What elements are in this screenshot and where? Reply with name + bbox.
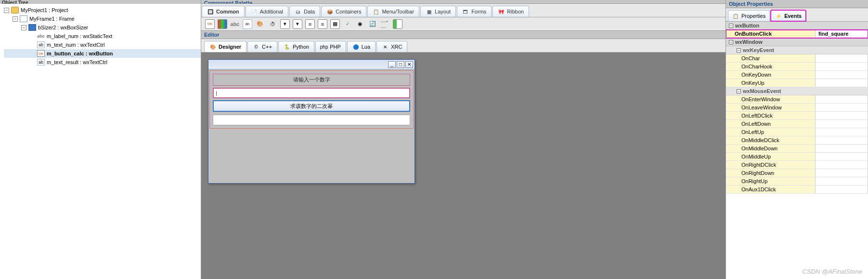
event-row-onbuttonclick[interactable]: OnButtonClick find_square bbox=[726, 30, 868, 38]
tool-combo-icon[interactable]: ▾ bbox=[280, 19, 290, 29]
minimize-icon[interactable]: _ bbox=[388, 61, 396, 68]
palette-tab-data[interactable]: 🗂Data bbox=[289, 6, 320, 17]
designer-static-text[interactable]: 请输入一个数字 bbox=[213, 74, 410, 86]
tool-grid-icon[interactable]: ▦ bbox=[330, 19, 340, 29]
tool-choice-icon[interactable]: ▾ bbox=[293, 19, 302, 29]
expand-icon[interactable]: − bbox=[21, 25, 26, 30]
event-value[interactable] bbox=[816, 79, 868, 87]
tree-node[interactable]: abm_text_num : wxTextCtrl bbox=[4, 40, 201, 49]
designer-canvas[interactable]: _ □ ✕ 请输入一个数字 | 求该数字的二次幂 bbox=[201, 53, 725, 279]
editor-tab-c[interactable]: ©C++ bbox=[247, 41, 277, 52]
event-value[interactable] bbox=[816, 153, 868, 160]
event-name: OnAux1DClick bbox=[726, 186, 816, 193]
designer-frame[interactable]: _ □ ✕ 请输入一个数字 | 求该数字的二次幂 bbox=[208, 59, 415, 184]
event-row[interactable]: OnCharHook bbox=[726, 63, 868, 71]
collapse-icon[interactable]: − bbox=[737, 48, 741, 53]
events-grid[interactable]: −wxButton OnButtonClick find_square −wxW… bbox=[726, 22, 868, 279]
editor-tab-lua[interactable]: 🔵Lua bbox=[347, 41, 376, 52]
expand-icon[interactable]: − bbox=[13, 16, 18, 22]
event-row[interactable]: OnMiddleUp bbox=[726, 153, 868, 161]
editor-tab-xrc[interactable]: ✕XRC bbox=[376, 41, 407, 52]
event-value[interactable] bbox=[816, 112, 868, 120]
tool-list-icon[interactable]: ≡ bbox=[305, 19, 315, 29]
tab-icon: ⚡ bbox=[775, 13, 782, 19]
event-value[interactable] bbox=[816, 161, 868, 169]
event-value[interactable] bbox=[816, 63, 868, 70]
event-row[interactable]: OnRightDown bbox=[726, 169, 868, 177]
event-value[interactable] bbox=[816, 136, 868, 144]
tool-check-icon[interactable]: ✓ bbox=[343, 19, 352, 29]
tool-gauge-icon[interactable]: ⏱ bbox=[268, 19, 277, 29]
palette-tab-containers[interactable]: 📦Containers bbox=[321, 6, 366, 17]
tool-color-icon[interactable]: 🎨 bbox=[255, 19, 265, 29]
close-icon[interactable]: ✕ bbox=[405, 61, 413, 68]
event-value[interactable] bbox=[816, 104, 868, 111]
event-value[interactable] bbox=[816, 95, 868, 103]
event-row[interactable]: OnEnterWindow bbox=[726, 95, 868, 104]
event-row[interactable]: OnKeyDown bbox=[726, 71, 868, 79]
category-wxbutton[interactable]: −wxButton bbox=[726, 22, 868, 30]
collapse-icon[interactable]: − bbox=[729, 40, 733, 44]
maximize-icon[interactable]: □ bbox=[397, 61, 404, 68]
tree-node[interactable]: OKm_button_calc : wxButton bbox=[4, 49, 201, 58]
event-row[interactable]: OnLeaveWindow bbox=[726, 104, 868, 112]
props-tab-events[interactable]: ⚡Events bbox=[771, 10, 806, 21]
tree-node[interactable]: −MyProject1 : Project bbox=[4, 6, 201, 14]
event-handler-value[interactable]: find_square bbox=[816, 30, 868, 38]
tree-node[interactable]: −bSizer2 : wxBoxSizer bbox=[4, 23, 201, 32]
tool-button-icon[interactable]: OK bbox=[205, 19, 215, 29]
tree-node[interactable]: −MyFrame1 : Frame bbox=[4, 14, 201, 23]
category-wxwindow[interactable]: −wxWindow bbox=[726, 38, 868, 46]
expand-icon[interactable]: − bbox=[4, 8, 9, 13]
tree-node[interactable]: abcm_label_num : wxStaticText bbox=[4, 32, 201, 40]
palette-tab-common[interactable]: 🔲Common bbox=[202, 6, 245, 17]
tool-spin-icon[interactable]: 🔄 bbox=[368, 19, 377, 29]
palette-tab-forms[interactable]: 🗔Forms bbox=[457, 6, 492, 17]
subcategory-keyevent[interactable]: −wxKeyEvent bbox=[726, 46, 868, 54]
palette-tab-menutoolbar[interactable]: 📋Menu/Toolbar bbox=[367, 6, 419, 17]
event-row[interactable]: OnMiddleDClick bbox=[726, 136, 868, 145]
event-value[interactable] bbox=[816, 169, 868, 177]
subcategory-mouseevent[interactable]: −wxMouseEvent bbox=[726, 87, 868, 95]
event-value[interactable] bbox=[816, 128, 868, 136]
palette-tab-additional[interactable]: 📄Additional bbox=[246, 6, 288, 17]
tree-node[interactable]: abm_text_result : wxTextCtrl bbox=[4, 58, 201, 66]
palette-tab-layout[interactable]: ▦Layout bbox=[420, 6, 456, 17]
event-row[interactable]: OnChar bbox=[726, 54, 868, 63]
palette-tab-ribbon[interactable]: 🎀Ribbon bbox=[492, 6, 529, 17]
designer-result-text[interactable] bbox=[213, 115, 410, 125]
event-row[interactable]: OnLeftDClick bbox=[726, 112, 868, 120]
event-value[interactable] bbox=[816, 186, 868, 193]
editor-tab-python[interactable]: 🐍Python bbox=[278, 41, 314, 52]
event-row[interactable]: OnAux1DClick bbox=[726, 186, 868, 194]
designer-text-input[interactable]: | bbox=[213, 88, 410, 98]
event-row[interactable]: OnRightUp bbox=[726, 177, 868, 186]
event-row[interactable]: OnMiddleDown bbox=[726, 145, 868, 153]
tool-radio-icon[interactable]: ◉ bbox=[355, 19, 365, 29]
event-value[interactable] bbox=[816, 145, 868, 152]
tool-static-text-icon[interactable]: abc bbox=[230, 19, 240, 29]
event-row[interactable]: OnRightDClick bbox=[726, 161, 868, 169]
event-row[interactable]: OnLeftUp bbox=[726, 128, 868, 136]
event-value[interactable] bbox=[816, 177, 868, 185]
editor-tab-php[interactable]: phpPHP bbox=[315, 41, 346, 52]
collapse-icon[interactable]: − bbox=[729, 24, 733, 28]
event-row[interactable]: OnKeyUp bbox=[726, 79, 868, 87]
designer-button[interactable]: 求该数字的二次幂 bbox=[213, 100, 410, 112]
event-row[interactable]: OnLeftDown bbox=[726, 120, 868, 128]
props-tab-properties[interactable]: 📋Properties bbox=[728, 10, 770, 21]
collapse-icon[interactable]: − bbox=[737, 89, 741, 93]
event-name: OnKeyUp bbox=[726, 79, 816, 87]
event-value[interactable] bbox=[816, 71, 868, 79]
tool-textctrl-icon[interactable]: ab bbox=[243, 19, 252, 29]
tool-progress-icon[interactable] bbox=[393, 19, 402, 29]
tool-listbox-icon[interactable]: ≡ bbox=[318, 19, 327, 29]
tool-bitmap-icon[interactable] bbox=[218, 19, 227, 29]
tool-slider-icon[interactable]: —•— bbox=[380, 19, 390, 29]
object-tree-panel: Object Tree −MyProject1 : Project−MyFram… bbox=[0, 0, 201, 279]
event-value[interactable] bbox=[816, 120, 868, 128]
editor-tab-designer[interactable]: 🎨Designer bbox=[204, 41, 246, 52]
event-value[interactable] bbox=[816, 54, 868, 62]
object-tree[interactable]: −MyProject1 : Project−MyFrame1 : Frame−b… bbox=[0, 4, 201, 66]
event-name: OnLeftDown bbox=[726, 120, 816, 128]
